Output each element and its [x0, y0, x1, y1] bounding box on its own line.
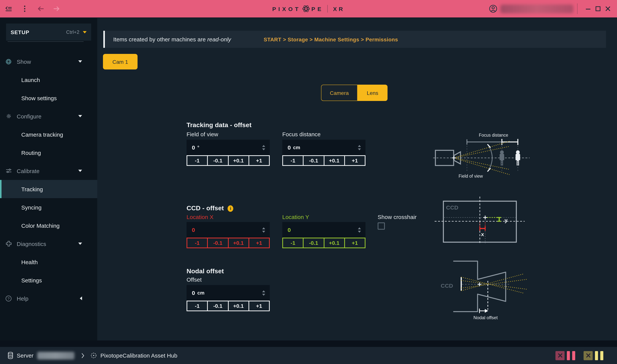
sidebar-item-help[interactable]: ? Help [0, 289, 97, 307]
setup-label: SETUP [11, 29, 66, 35]
sidebar-item-launch[interactable]: Launch [0, 71, 97, 89]
focus-step-plus-01[interactable]: +0.1 [324, 155, 345, 166]
cam1-button[interactable]: Cam 1 [103, 54, 137, 69]
fov-input[interactable]: 0 ° [187, 140, 270, 155]
sidebar-item-settings[interactable]: Settings [0, 271, 97, 289]
banner-message-text: Items created by other machines are [113, 36, 207, 42]
tab-camera[interactable]: Camera [321, 85, 357, 101]
sidebar-item-diagnostics[interactable]: Diagnostics [0, 234, 97, 253]
banner-emphasis: read-only [207, 36, 231, 42]
fov-step-minus-1[interactable]: -1 [187, 155, 208, 166]
sidebar-item-show-settings[interactable]: Show settings [0, 89, 97, 107]
fov-step-plus-1[interactable]: +1 [248, 155, 270, 166]
product-label: XR [333, 5, 345, 12]
diagram-ccd-plane-label: CCD [441, 283, 453, 289]
sidebar-item-health[interactable]: Health [0, 253, 97, 271]
status-stop-yellow-icon[interactable] [584, 351, 593, 360]
location-y-input[interactable]: 0 [282, 222, 366, 238]
locy-step-plus-1[interactable]: +1 [344, 238, 366, 248]
sidebar-item-show[interactable]: Show [0, 52, 97, 71]
status-bar-pink-icon [572, 351, 575, 360]
nodal-step-plus-1[interactable]: +1 [248, 301, 270, 311]
minimize-button[interactable] [584, 4, 593, 13]
sidebar-item-tracking[interactable]: Tracking [0, 180, 97, 198]
engine-status-indicators [555, 351, 603, 360]
forward-arrow-icon[interactable] [53, 5, 61, 13]
spinner-arrows-icon[interactable] [262, 227, 265, 233]
fov-step-minus-01[interactable]: -0.1 [207, 155, 229, 166]
sidebar-item-configure[interactable]: Configure [0, 107, 97, 125]
nodal-step-plus-01[interactable]: +0.1 [228, 301, 249, 311]
nodal-step-minus-01[interactable]: -0.1 [207, 301, 229, 311]
nodal-offset-title: Nodal offset [187, 268, 224, 275]
sidebar-item-label: Show settings [21, 95, 57, 101]
sidebar-item-label: Health [21, 259, 38, 265]
diagram-field-of-view-label: Field of view [459, 174, 483, 179]
spinner-arrows-icon[interactable] [262, 145, 265, 150]
locx-step-minus-01[interactable]: -0.1 [207, 238, 229, 248]
show-icon [5, 58, 12, 65]
nodal-offset-label: Offset [187, 276, 202, 283]
locx-step-plus-1[interactable]: +1 [248, 238, 270, 248]
status-bar-yellow-icon [600, 351, 603, 360]
focus-step-minus-1[interactable]: -1 [282, 155, 304, 166]
focus-distance-unit: cm [293, 145, 300, 150]
back-arrow-icon[interactable] [37, 5, 45, 13]
chevron-down-icon [78, 60, 82, 63]
diagram-nodal-offset-label: Nodal offset [473, 315, 498, 320]
locy-step-plus-01[interactable]: +0.1 [324, 238, 345, 248]
sidebar-item-color-matching[interactable]: Color Matching [0, 216, 97, 234]
setup-mode-selector[interactable]: SETUP Ctrl+2 [6, 24, 91, 41]
kebab-menu-icon[interactable] [21, 5, 29, 13]
titlebar: PIXOT PE XR [0, 0, 617, 18]
fov-step-plus-01[interactable]: +0.1 [228, 155, 249, 166]
collapse-sidebar-icon[interactable] [5, 5, 13, 13]
focus-step-minus-01[interactable]: -0.1 [303, 155, 324, 166]
maximize-button[interactable] [593, 4, 603, 13]
sidebar-item-syncing[interactable]: Syncing [0, 198, 97, 216]
locx-step-plus-01[interactable]: +0.1 [228, 238, 249, 248]
user-account-icon[interactable] [489, 5, 497, 13]
nodal-offset-input[interactable]: 0 cm [187, 285, 270, 301]
location-x-step-buttons: -1 -0.1 +0.1 +1 [187, 238, 270, 248]
status-stop-pink-icon[interactable] [555, 351, 564, 360]
diagram-focus-distance-label: Focus distance [479, 133, 508, 138]
chevron-down-icon [78, 170, 82, 172]
server-label: Server [17, 352, 33, 359]
location-y-value: 0 [288, 227, 291, 233]
chevron-down-icon [78, 243, 82, 245]
show-crosshair-checkbox[interactable] [378, 222, 385, 230]
nodal-step-buttons: -1 -0.1 +0.1 +1 [187, 301, 270, 311]
focus-step-plus-1[interactable]: +1 [344, 155, 366, 166]
sidebar-item-label: Syncing [21, 204, 41, 210]
spinner-arrows-icon[interactable] [358, 145, 361, 150]
locy-step-minus-01[interactable]: -0.1 [303, 238, 324, 248]
info-icon[interactable]: i [228, 205, 233, 212]
sidebar-item-label: Routing [21, 149, 41, 156]
hub-label[interactable]: PixotopeCalibration Asset Hub [100, 352, 177, 359]
tab-lens[interactable]: Lens [357, 85, 387, 101]
breadcrumb[interactable]: START > Storage > Machine Settings > Per… [264, 36, 398, 42]
close-button[interactable] [603, 4, 612, 13]
sidebar-divider [8, 41, 83, 42]
location-y-step-buttons: -1 -0.1 +0.1 +1 [282, 238, 366, 248]
redacted-server-name [37, 352, 74, 359]
focus-distance-input[interactable]: 0 cm [282, 140, 366, 155]
sidebar-item-label: Color Matching [21, 222, 60, 229]
location-x-input[interactable]: 0 [187, 222, 270, 238]
chevron-left-icon [80, 297, 82, 300]
sidebar-item-camera-tracking[interactable]: Camera tracking [0, 125, 97, 143]
redacted-user-email [500, 4, 573, 13]
main-content: Items created by other machines are read… [97, 18, 617, 340]
location-x-value: 0 [192, 227, 195, 233]
spinner-arrows-icon[interactable] [262, 290, 265, 296]
tracking-offset-title: Tracking data - offset [187, 121, 251, 129]
statusbar: Server PixotopeCalibration Asset Hub [0, 347, 617, 364]
locx-step-minus-1[interactable]: -1 [187, 238, 208, 248]
nodal-offset-diagram: CCD Nodal offset [439, 257, 534, 323]
sidebar-item-routing[interactable]: Routing [0, 143, 97, 162]
locy-step-minus-1[interactable]: -1 [282, 238, 304, 248]
nodal-step-minus-1[interactable]: -1 [187, 301, 208, 311]
sidebar-item-calibrate[interactable]: Calibrate [0, 162, 97, 180]
spinner-arrows-icon[interactable] [358, 227, 361, 233]
